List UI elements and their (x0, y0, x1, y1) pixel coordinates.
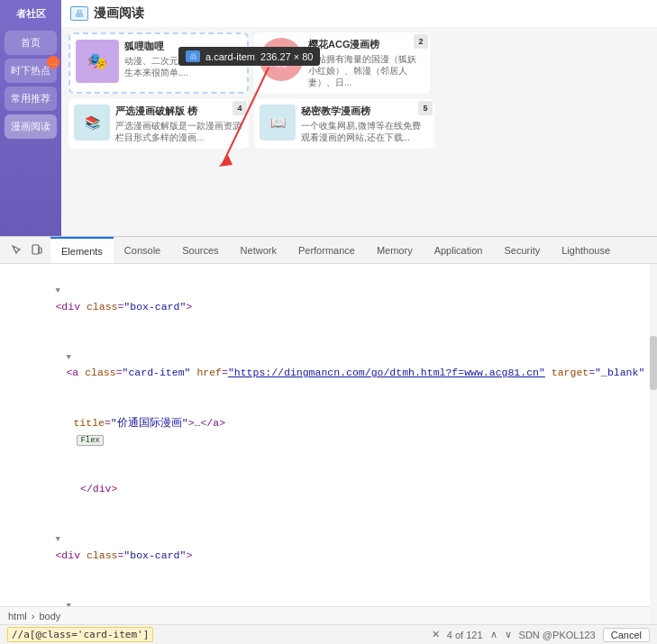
cards-row-1: 🎭 狐哩咖哩 动漫、二次元·ACG·萌导师人生本来很简单.... 2 🌸 樱花A… (61, 27, 657, 99)
card-thumb-3: 📚 (74, 104, 110, 141)
card-text-3: 严选漫画破解版 榜 严选漫画破解版是一款漫画资源栏目形式多样的漫画... (115, 104, 243, 143)
tab-console[interactable]: Console (114, 237, 171, 264)
rank-badge-3: 4 (233, 101, 247, 115)
section-title: 品 漫画阅读 (61, 0, 657, 27)
tab-sources[interactable]: Sources (171, 237, 229, 264)
tooltip-size: 236.27 × 80 (260, 51, 313, 62)
device-icon[interactable] (29, 242, 45, 259)
rank-badge-2: 2 (414, 34, 428, 49)
sidebar-item-home[interactable]: 首页 (5, 31, 57, 55)
tab-lighthouse[interactable]: Lighthouse (551, 237, 621, 264)
tab-security[interactable]: Security (493, 237, 551, 264)
tab-elements[interactable]: Elements (50, 237, 114, 264)
element-tooltip: 品 a.card-item 236.27 × 80 (178, 47, 320, 66)
cards-row-2: 4 📚 严选漫画破解版 榜 严选漫画破解版是一款漫画资源栏目形式多样的漫画...… (61, 99, 657, 154)
section-icon: 品 (70, 6, 88, 21)
chevron-down-icon[interactable]: ∨ (505, 629, 512, 640)
devtools-toggle-icons (4, 242, 50, 259)
cancel-button[interactable]: Cancel (603, 628, 650, 642)
breadcrumb-html[interactable]: html (5, 611, 30, 621)
sidebar: 者社区 首页 时下热点 … 常用推荐 漫画阅读 (0, 0, 61, 236)
tri-4[interactable] (55, 533, 66, 546)
inspect-icon[interactable] (9, 242, 25, 259)
card-desc-3: 严选漫画破解版是一款漫画资源栏目形式多样的漫画... (115, 120, 243, 143)
tab-application[interactable]: Application (424, 237, 494, 264)
scrollbar-track (650, 264, 657, 624)
tri-1[interactable] (55, 285, 66, 297)
card-title-4: 秘密教学漫画榜 (301, 104, 429, 118)
code-line-2b: title="价通国际漫画">…</a> Flex (0, 398, 657, 465)
tooltip-label: a.card-item (205, 51, 255, 62)
tab-memory[interactable]: Memory (366, 237, 424, 264)
scrollbar-thumb[interactable] (650, 336, 657, 390)
status-right: ✕ 4 of 121 ∧ ∨ SDN @PKOL123 Cancel (432, 628, 650, 642)
card-thumb-4: 📖 (260, 104, 296, 141)
sidebar-badge-hot: … (47, 56, 59, 68)
close-icon[interactable]: ✕ (432, 629, 440, 640)
tooltip-icon: 品 (186, 50, 200, 62)
website-preview: 者社区 首页 时下热点 … 常用推荐 漫画阅读 品 漫画阅读 品 a.card-… (0, 0, 657, 236)
breadcrumb-body[interactable]: body (36, 611, 63, 621)
devtools-panel: Elements Console Sources Network Perform… (0, 236, 657, 644)
card-desc-4: 一个收集网易,微博等在线免费观看漫画的网站,还在下载... (301, 120, 429, 143)
tri-2[interactable] (66, 351, 77, 364)
sidebar-item-hot[interactable]: 时下热点 … (5, 59, 57, 83)
code-line-2: <a class="card-item" href="https://dingm… (0, 332, 657, 399)
svg-rect-3 (39, 248, 41, 253)
status-source: SDN @PKOL123 (519, 630, 596, 640)
card-item-4[interactable]: 5 📖 秘密教学漫画榜 一个收集网易,微博等在线免费观看漫画的网站,还在下载..… (254, 99, 434, 149)
sidebar-logo: 者社区 (16, 7, 46, 20)
devtools-breadcrumb: html › body (0, 606, 657, 624)
card-text-4: 秘密教学漫画榜 一个收集网易,微博等在线免费观看漫画的网站,还在下载... (301, 104, 429, 143)
sidebar-item-recommend[interactable]: 常用推荐 (5, 86, 57, 111)
card-title-3: 严选漫画破解版 榜 (115, 104, 243, 118)
status-result: 4 of 121 (447, 630, 483, 640)
code-line-4: <div class="box-card"> (0, 514, 657, 581)
devtools-tabs: Elements Console Sources Network Perform… (0, 237, 657, 264)
section-label: 漫画阅读 (94, 5, 144, 22)
main-content: 品 漫画阅读 品 a.card-item 236.27 × 80 🎭 狐哩咖哩 … (61, 0, 657, 236)
rank-badge-4: 5 (418, 101, 433, 115)
code-line-3: </div> (0, 465, 657, 514)
card-item-3[interactable]: 4 📚 严选漫画破解版 榜 严选漫画破解版是一款漫画资源栏目形式多样的漫画... (68, 99, 249, 149)
code-line-1: <div class="box-card"> (0, 266, 657, 332)
tab-network[interactable]: Network (230, 237, 287, 264)
card-desc-2: 网站拥有海量的国漫（狐妖小红娘）、韩漫（邻居人妻）、日... (308, 53, 424, 88)
devtools-code-content[interactable]: <div class="box-card"> <a class="card-it… (0, 264, 657, 624)
chevron-up-icon[interactable]: ∧ (490, 629, 497, 640)
devtools-status-bar: //a[@class='card-item'] ✕ 4 of 121 ∧ ∨ S… (0, 624, 657, 644)
status-selector: //a[@class='card-item'] (7, 627, 153, 642)
tab-performance[interactable]: Performance (287, 237, 366, 264)
svg-rect-2 (32, 245, 39, 254)
card-thumb-1: 🎭 (76, 40, 119, 83)
card-text-2: 樱花ACG漫画榜 网站拥有海量的国漫（狐妖小红娘）、韩漫（邻居人妻）、日... (308, 38, 424, 88)
sidebar-item-comic[interactable]: 漫画阅读 (5, 114, 57, 139)
card-title-2: 樱花ACG漫画榜 (308, 38, 424, 51)
